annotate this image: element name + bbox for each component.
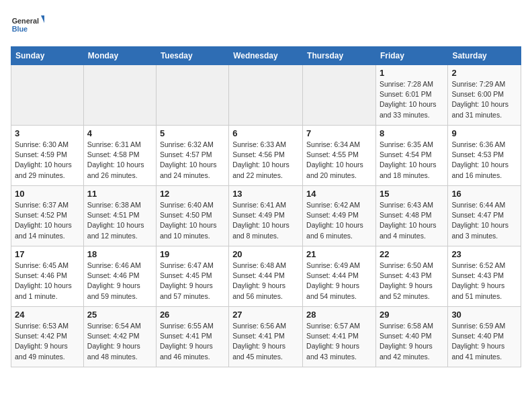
day-info: Sunrise: 6:54 AMSunset: 4:42 PMDaylight:… (87, 321, 152, 362)
day-number: 22 (380, 249, 444, 259)
day-info: Sunrise: 6:44 AMSunset: 4:47 PMDaylight:… (451, 200, 517, 241)
day-number: 28 (306, 310, 372, 320)
day-info: Sunrise: 6:53 AMSunset: 4:42 PMDaylight:… (15, 321, 80, 362)
day-cell: 9Sunrise: 6:36 AMSunset: 4:53 PMDaylight… (448, 126, 521, 186)
day-cell: 21Sunrise: 6:49 AMSunset: 4:44 PMDayligh… (303, 246, 376, 307)
day-cell: 28Sunrise: 6:57 AMSunset: 4:41 PMDayligh… (303, 307, 376, 367)
day-cell: 1Sunrise: 7:28 AMSunset: 6:01 PMDaylight… (375, 65, 447, 126)
day-number: 14 (306, 189, 372, 199)
day-info: Sunrise: 6:42 AMSunset: 4:49 PMDaylight:… (306, 200, 372, 241)
day-info: Sunrise: 6:38 AMSunset: 4:51 PMDaylight:… (87, 200, 152, 241)
day-number: 24 (15, 310, 80, 320)
day-number: 17 (15, 249, 80, 259)
calendar: SundayMondayTuesdayWednesdayThursdayFrid… (11, 46, 521, 367)
day-info: Sunrise: 6:41 AMSunset: 4:49 PMDaylight:… (232, 200, 299, 241)
day-info: Sunrise: 6:50 AMSunset: 4:43 PMDaylight:… (380, 261, 444, 302)
day-cell: 16Sunrise: 6:44 AMSunset: 4:47 PMDayligh… (448, 186, 521, 246)
logo-svg: General Blue (11, 11, 44, 41)
day-info: Sunrise: 6:52 AMSunset: 4:43 PMDaylight:… (451, 261, 517, 302)
day-cell: 24Sunrise: 6:53 AMSunset: 4:42 PMDayligh… (11, 307, 84, 367)
day-cell: 29Sunrise: 6:58 AMSunset: 4:40 PMDayligh… (375, 307, 447, 367)
day-number: 6 (232, 128, 299, 138)
day-cell: 18Sunrise: 6:46 AMSunset: 4:46 PMDayligh… (83, 246, 156, 307)
day-number: 11 (87, 189, 152, 199)
week-row-0: 1Sunrise: 7:28 AMSunset: 6:01 PMDaylight… (11, 65, 521, 126)
day-number: 7 (306, 128, 372, 138)
day-number: 23 (451, 249, 517, 259)
day-info: Sunrise: 6:48 AMSunset: 4:44 PMDaylight:… (232, 261, 299, 302)
header: General Blue (11, 11, 521, 41)
day-info: Sunrise: 6:46 AMSunset: 4:46 PMDaylight:… (87, 261, 152, 302)
week-row-3: 17Sunrise: 6:45 AMSunset: 4:46 PMDayligh… (11, 246, 521, 307)
day-cell: 30Sunrise: 6:59 AMSunset: 4:40 PMDayligh… (448, 307, 521, 367)
day-number: 26 (160, 310, 225, 320)
day-cell: 11Sunrise: 6:38 AMSunset: 4:51 PMDayligh… (83, 186, 156, 246)
day-cell: 10Sunrise: 6:37 AMSunset: 4:52 PMDayligh… (11, 186, 84, 246)
day-number: 20 (232, 249, 299, 259)
col-header-thursday: Thursday (303, 47, 376, 65)
day-info: Sunrise: 6:56 AMSunset: 4:41 PMDaylight:… (232, 321, 299, 362)
day-info: Sunrise: 6:36 AMSunset: 4:53 PMDaylight:… (451, 140, 517, 181)
day-info: Sunrise: 6:57 AMSunset: 4:41 PMDaylight:… (306, 321, 372, 362)
week-row-2: 10Sunrise: 6:37 AMSunset: 4:52 PMDayligh… (11, 186, 521, 246)
day-cell: 4Sunrise: 6:31 AMSunset: 4:58 PMDaylight… (83, 126, 156, 186)
day-cell: 8Sunrise: 6:35 AMSunset: 4:54 PMDaylight… (375, 126, 447, 186)
day-cell: 13Sunrise: 6:41 AMSunset: 4:49 PMDayligh… (229, 186, 303, 246)
col-header-saturday: Saturday (448, 47, 521, 65)
svg-text:General: General (12, 17, 39, 25)
day-cell: 26Sunrise: 6:55 AMSunset: 4:41 PMDayligh… (156, 307, 228, 367)
col-header-monday: Monday (83, 47, 156, 65)
day-cell (11, 65, 84, 126)
day-info: Sunrise: 6:40 AMSunset: 4:50 PMDaylight:… (160, 200, 225, 241)
col-header-tuesday: Tuesday (156, 47, 228, 65)
day-number: 10 (15, 189, 80, 199)
day-info: Sunrise: 6:49 AMSunset: 4:44 PMDaylight:… (306, 261, 372, 302)
day-cell: 5Sunrise: 6:32 AMSunset: 4:57 PMDaylight… (156, 126, 228, 186)
day-info: Sunrise: 6:30 AMSunset: 4:59 PMDaylight:… (15, 140, 80, 181)
day-info: Sunrise: 6:33 AMSunset: 4:56 PMDaylight:… (232, 140, 299, 181)
day-cell: 14Sunrise: 6:42 AMSunset: 4:49 PMDayligh… (303, 186, 376, 246)
day-info: Sunrise: 6:45 AMSunset: 4:46 PMDaylight:… (15, 261, 80, 302)
day-number: 4 (87, 128, 152, 138)
day-cell: 7Sunrise: 6:34 AMSunset: 4:55 PMDaylight… (303, 126, 376, 186)
day-number: 27 (232, 310, 299, 320)
week-row-4: 24Sunrise: 6:53 AMSunset: 4:42 PMDayligh… (11, 307, 521, 367)
day-number: 12 (160, 189, 225, 199)
day-cell: 27Sunrise: 6:56 AMSunset: 4:41 PMDayligh… (229, 307, 303, 367)
day-cell: 23Sunrise: 6:52 AMSunset: 4:43 PMDayligh… (448, 246, 521, 307)
day-number: 18 (87, 249, 152, 259)
day-info: Sunrise: 6:35 AMSunset: 4:54 PMDaylight:… (380, 140, 444, 181)
day-cell (229, 65, 303, 126)
day-number: 30 (451, 310, 517, 320)
day-cell: 3Sunrise: 6:30 AMSunset: 4:59 PMDaylight… (11, 126, 84, 186)
day-cell: 6Sunrise: 6:33 AMSunset: 4:56 PMDaylight… (229, 126, 303, 186)
day-number: 25 (87, 310, 152, 320)
day-info: Sunrise: 6:58 AMSunset: 4:40 PMDaylight:… (380, 321, 444, 362)
day-cell (83, 65, 156, 126)
day-number: 29 (380, 310, 444, 320)
day-cell (303, 65, 376, 126)
day-cell: 22Sunrise: 6:50 AMSunset: 4:43 PMDayligh… (375, 246, 447, 307)
day-info: Sunrise: 6:37 AMSunset: 4:52 PMDaylight:… (15, 200, 80, 241)
col-header-wednesday: Wednesday (229, 47, 303, 65)
day-number: 21 (306, 249, 372, 259)
svg-text:Blue: Blue (12, 25, 28, 33)
day-info: Sunrise: 6:59 AMSunset: 4:40 PMDaylight:… (451, 321, 517, 362)
day-cell: 17Sunrise: 6:45 AMSunset: 4:46 PMDayligh… (11, 246, 84, 307)
week-row-1: 3Sunrise: 6:30 AMSunset: 4:59 PMDaylight… (11, 126, 521, 186)
day-info: Sunrise: 6:43 AMSunset: 4:48 PMDaylight:… (380, 200, 444, 241)
day-cell: 20Sunrise: 6:48 AMSunset: 4:44 PMDayligh… (229, 246, 303, 307)
col-header-friday: Friday (375, 47, 447, 65)
day-info: Sunrise: 6:47 AMSunset: 4:45 PMDaylight:… (160, 261, 225, 302)
day-number: 3 (15, 128, 80, 138)
day-cell: 25Sunrise: 6:54 AMSunset: 4:42 PMDayligh… (83, 307, 156, 367)
day-info: Sunrise: 7:28 AMSunset: 6:01 PMDaylight:… (380, 79, 444, 120)
day-number: 19 (160, 249, 225, 259)
day-info: Sunrise: 6:55 AMSunset: 4:41 PMDaylight:… (160, 321, 225, 362)
day-number: 8 (380, 128, 444, 138)
day-info: Sunrise: 7:29 AMSunset: 6:00 PMDaylight:… (451, 79, 517, 120)
day-number: 13 (232, 189, 299, 199)
day-cell: 12Sunrise: 6:40 AMSunset: 4:50 PMDayligh… (156, 186, 228, 246)
day-number: 15 (380, 189, 444, 199)
svg-marker-2 (41, 15, 44, 26)
